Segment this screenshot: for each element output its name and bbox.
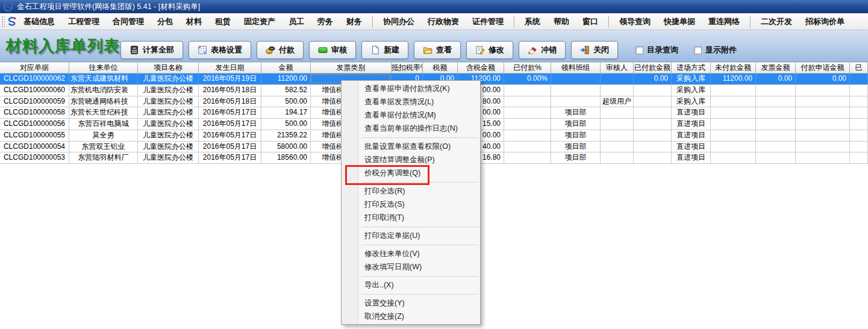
context-menu-item[interactable]: 打印取消(T): [342, 211, 480, 224]
table-cell[interactable]: [601, 152, 634, 163]
grid-header-cell[interactable]: 发生日期: [199, 63, 261, 73]
table-cell[interactable]: 项目部: [551, 107, 601, 118]
table-cell[interactable]: 儿童医院办公楼: [138, 119, 199, 130]
grid-header-cell[interactable]: 进场方式: [672, 63, 711, 73]
menubar-item[interactable]: 快捷单据: [657, 13, 702, 30]
table-cell[interactable]: [504, 152, 551, 163]
table-cell[interactable]: [711, 107, 756, 118]
table-cell[interactable]: [634, 152, 672, 163]
menubar-item[interactable]: 分包: [151, 13, 180, 30]
table-cell[interactable]: 直进项目: [672, 119, 711, 130]
table-cell[interactable]: [850, 107, 868, 118]
table-cell[interactable]: 194.17: [261, 107, 311, 118]
context-menu-item[interactable]: 查看单据发票情况(L): [342, 95, 480, 108]
menubar-item[interactable]: 证件管理: [466, 13, 510, 30]
menubar-item[interactable]: 固定资产: [237, 13, 282, 30]
toolbar-button[interactable]: 表格设置: [189, 41, 251, 59]
table-cell[interactable]: 儿童医院办公楼: [138, 130, 199, 141]
menubar-item[interactable]: 员工: [282, 13, 311, 30]
table-cell[interactable]: [634, 96, 672, 107]
table-cell[interactable]: 0.00%: [504, 74, 551, 84]
table-cell[interactable]: [634, 142, 672, 152]
checkbox-显示附件[interactable]: 显示附件: [694, 45, 737, 55]
table-cell[interactable]: [850, 119, 868, 130]
context-menu-item[interactable]: 查看当前单据的操作日志(N): [342, 122, 480, 135]
table-cell[interactable]: [634, 85, 672, 96]
menubar-item[interactable]: 招标询价单: [799, 13, 851, 30]
table-cell[interactable]: 采购入库: [672, 74, 711, 84]
grid-header-cell[interactable]: 已付款金额: [634, 63, 672, 73]
menubar-item[interactable]: 协同办公: [376, 13, 421, 30]
table-cell[interactable]: 2016年05月17日: [199, 130, 261, 141]
table-cell[interactable]: 项目部: [551, 119, 601, 130]
toolbar-button[interactable]: 新建: [361, 41, 408, 59]
table-cell[interactable]: 东营机电消防安装: [69, 85, 138, 96]
table-cell[interactable]: 项目部: [551, 142, 601, 152]
table-cell[interactable]: 2016年05月17日: [199, 119, 261, 130]
table-cell[interactable]: [551, 96, 601, 107]
table-cell[interactable]: [756, 130, 796, 141]
table-cell[interactable]: 东营陆羽材料厂: [69, 152, 138, 163]
grid-header-cell[interactable]: 已付款%: [504, 63, 551, 73]
table-cell[interactable]: 东营双王铝业: [69, 142, 138, 152]
table-cell[interactable]: [504, 130, 551, 141]
table-cell[interactable]: [796, 142, 850, 152]
table-cell[interactable]: [850, 130, 868, 141]
context-menu-item[interactable]: 查看单据申请付款情况(K): [342, 82, 480, 95]
table-cell[interactable]: [796, 96, 850, 107]
table-cell[interactable]: [756, 107, 796, 118]
table-cell[interactable]: [601, 74, 634, 84]
grid-header-cell[interactable]: 金额: [261, 63, 311, 73]
table-cell[interactable]: 0.00: [756, 74, 796, 84]
table-cell[interactable]: [711, 96, 756, 107]
table-cell[interactable]: [756, 152, 796, 163]
context-menu-item[interactable]: 打印全选(R): [342, 184, 480, 198]
menubar-item[interactable]: 财务: [340, 13, 369, 30]
toolbar-button[interactable]: 计算全部: [120, 41, 183, 59]
context-menu-item[interactable]: 打印选定单据(U): [342, 229, 480, 242]
table-cell[interactable]: [504, 119, 551, 130]
table-cell[interactable]: [711, 130, 756, 141]
menubar-item[interactable]: 基础信息: [17, 13, 61, 30]
menubar-item[interactable]: 窗口: [576, 13, 605, 30]
table-cell[interactable]: [634, 107, 672, 118]
table-cell[interactable]: [850, 142, 868, 152]
table-cell[interactable]: 超级用户: [601, 96, 634, 107]
table-cell[interactable]: [504, 107, 551, 118]
table-cell[interactable]: 500.00: [261, 96, 311, 107]
table-cell[interactable]: 0.00: [796, 74, 850, 84]
checkbox-目录查询[interactable]: 目录查询: [635, 45, 678, 55]
toolbar-button[interactable]: 关闭: [571, 41, 618, 59]
table-cell[interactable]: 2016年05月17日: [199, 107, 261, 118]
context-menu-item[interactable]: 取消交接(Z): [342, 310, 480, 323]
table-cell[interactable]: [850, 152, 868, 163]
table-cell[interactable]: [601, 142, 634, 152]
table-cell[interactable]: 21359.22: [261, 130, 311, 141]
table-cell[interactable]: 儿童医院办公楼: [138, 85, 199, 96]
table-cell[interactable]: [756, 119, 796, 130]
context-menu-item[interactable]: 导出..(X): [342, 278, 480, 292]
menubar-item[interactable]: 二次开发: [754, 13, 799, 30]
table-cell[interactable]: [711, 152, 756, 163]
grid-header-cell[interactable]: 发票金额: [756, 63, 796, 73]
table-cell[interactable]: [551, 74, 601, 84]
table-cell[interactable]: CLCGD100000058: [0, 107, 69, 118]
context-menu-item[interactable]: 修改填写日期(W): [342, 260, 480, 274]
grid-header-cell[interactable]: 已: [850, 63, 868, 73]
table-cell[interactable]: 项目部: [551, 130, 601, 141]
table-cell[interactable]: [850, 96, 868, 107]
menubar-item[interactable]: 重连网络: [702, 13, 746, 30]
table-cell[interactable]: 直进项目: [672, 142, 711, 152]
table-cell[interactable]: 儿童医院办公楼: [138, 152, 199, 163]
grid-header-cell[interactable]: 审核人: [601, 63, 634, 73]
menubar-item[interactable]: 合同管理: [106, 13, 151, 30]
table-cell[interactable]: 东营天成建筑材料: [69, 74, 138, 84]
table-cell[interactable]: [850, 74, 868, 84]
table-cell[interactable]: CLCGD100000056: [0, 119, 69, 130]
table-cell[interactable]: 18560.00: [261, 152, 311, 163]
menubar-item[interactable]: 系统: [518, 13, 547, 30]
table-cell[interactable]: 11200.00: [261, 74, 311, 84]
table-cell[interactable]: 直进项目: [672, 107, 711, 118]
table-cell[interactable]: [711, 142, 756, 152]
table-cell[interactable]: [756, 85, 796, 96]
